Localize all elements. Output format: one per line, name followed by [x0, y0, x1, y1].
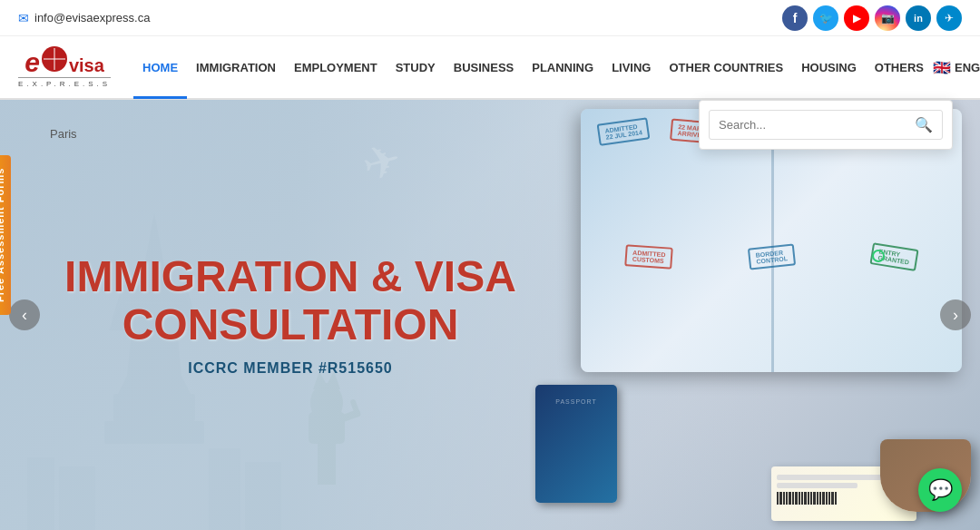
logo[interactable]: e visa E.X.P.R.E.S.S	[18, 46, 111, 88]
top-bar: ✉ info@evisaexpress.ca f 🐦 ▶ 📷 in ✈	[0, 0, 980, 36]
instagram-icon[interactable]: 📷	[875, 5, 900, 31]
flag-icon: 🇬🇧	[933, 59, 951, 76]
nav-item-home[interactable]: HOME	[133, 35, 187, 99]
carousel-next-button[interactable]: ›	[940, 299, 971, 330]
whatsapp-button[interactable]: 💬	[918, 468, 962, 512]
svg-rect-1	[113, 394, 195, 421]
email-address: info@evisaexpress.ca	[34, 11, 150, 25]
nav-item-other-countries[interactable]: OTHER COUNTRIES	[660, 35, 792, 99]
search-box: 🔍	[709, 110, 943, 140]
search-submit-button[interactable]: 🔍	[915, 116, 933, 133]
nav-item-living[interactable]: LIVING	[603, 35, 660, 99]
svg-rect-10	[245, 462, 281, 530]
youtube-icon[interactable]: ▶	[844, 5, 869, 31]
navbar: e visa E.X.P.R.E.S.S HOME IMMIGRATION EM…	[0, 36, 980, 100]
passport-cover-text: PASSPORT	[535, 385, 617, 405]
city-label: Paris	[50, 127, 77, 141]
logo-express: E.X.P.R.E.S.S	[18, 77, 111, 88]
carousel-prev-button[interactable]: ‹	[9, 299, 40, 330]
hero-content: IMMIGRATION & VISA CONSULTATION ICCRC ME…	[54, 253, 526, 377]
search-dropdown: 🔍	[699, 100, 953, 150]
svg-rect-8	[59, 466, 95, 530]
language-label: ENGLISH	[955, 61, 980, 74]
nav-item-business[interactable]: BUSINESS	[445, 35, 523, 99]
nav-item-employment[interactable]: EMPLOYMENT	[285, 35, 387, 99]
hero-section: ✈ ADMITTED22 JUL 2014 22 MAR 2016ARRIVED…	[0, 100, 980, 530]
whatsapp-icon: 💬	[928, 478, 953, 502]
nav-item-immigration[interactable]: IMMIGRATION	[187, 35, 285, 99]
svg-rect-9	[209, 448, 240, 530]
hero-subtitle: ICCRC MEMBER #R515650	[54, 360, 526, 377]
email-icon: ✉	[18, 11, 29, 25]
cursor-indicator	[872, 250, 885, 262]
nav-item-others[interactable]: OTHERS	[866, 35, 933, 99]
free-assessment-label: Free Assessment Forms	[0, 168, 5, 302]
nav-right: 🇬🇧 ENGLISH 🔍	[933, 54, 980, 81]
nav-item-planning[interactable]: PLANNING	[523, 35, 603, 99]
svg-rect-11	[318, 439, 336, 485]
telegram-icon[interactable]: ✈	[936, 5, 962, 31]
logo-globe	[42, 46, 67, 72]
nav-item-housing[interactable]: HOUSING	[792, 35, 866, 99]
logo-visa: visa	[69, 56, 104, 74]
hero-title: IMMIGRATION & VISA CONSULTATION	[54, 253, 526, 349]
svg-rect-7	[27, 457, 54, 530]
free-assessment-tab[interactable]: Free Assessment Forms	[0, 155, 11, 315]
logo-e: e	[24, 49, 40, 76]
nav-menu: HOME IMMIGRATION EMPLOYMENT STUDY BUSINE…	[133, 35, 933, 99]
svg-rect-2	[104, 421, 204, 444]
passport-cover: PASSPORT	[535, 385, 617, 503]
language-button[interactable]: 🇬🇧 ENGLISH	[933, 59, 980, 76]
email-bar: ✉ info@evisaexpress.ca	[18, 11, 150, 25]
nav-item-study[interactable]: STUDY	[387, 35, 445, 99]
search-input[interactable]	[719, 118, 907, 132]
linkedin-icon[interactable]: in	[906, 5, 931, 31]
bp-line2	[777, 483, 858, 488]
facebook-icon[interactable]: f	[782, 5, 808, 31]
twitter-icon[interactable]: 🐦	[813, 5, 838, 31]
social-icons-bar: f 🐦 ▶ 📷 in ✈	[782, 5, 962, 31]
